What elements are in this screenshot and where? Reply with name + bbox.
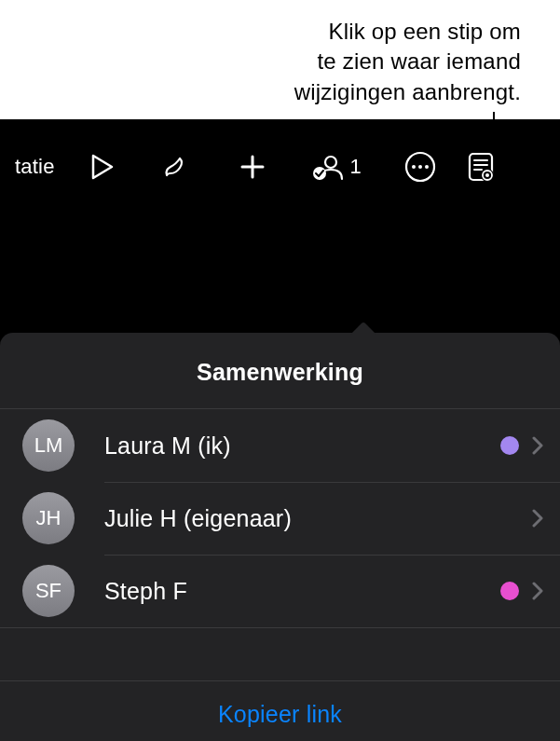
svg-point-9	[485, 173, 489, 177]
format-button[interactable]	[135, 119, 215, 214]
participant-name: Laura M (ik)	[104, 432, 500, 460]
more-button[interactable]	[383, 119, 458, 214]
toolbar-leading-text: tatie	[9, 155, 55, 179]
copy-link-button[interactable]: Kopieer link	[0, 680, 560, 741]
popover-title: Samenwerking	[0, 333, 560, 408]
people-badge-icon	[310, 153, 346, 181]
app-screenshot: tatie 1	[0, 119, 560, 741]
toolbar: tatie 1	[0, 119, 560, 214]
collab-count: 1	[349, 155, 361, 179]
collaboration-popover: Samenwerking LM Laura M (ik) JH Julie H …	[0, 333, 560, 741]
chevron-right-icon	[532, 436, 543, 455]
avatar: SF	[22, 565, 75, 617]
participant-name: Steph F	[104, 578, 500, 605]
section-gap	[0, 628, 560, 680]
svg-point-5	[425, 165, 429, 169]
play-button[interactable]	[70, 119, 135, 214]
presence-dot[interactable]	[500, 582, 519, 600]
presence-dot[interactable]	[500, 436, 519, 455]
participant-row[interactable]: SF Steph F	[0, 555, 560, 627]
presenter-notes-icon	[467, 151, 495, 183]
participant-row[interactable]: JH Julie H (eigenaar)	[0, 482, 560, 555]
popover-arrow	[350, 322, 376, 335]
annotation-caption: Klik op een stip om te zien waar iemand …	[0, 0, 560, 124]
play-icon	[91, 154, 114, 180]
plus-icon	[239, 153, 266, 181]
chevron-right-icon	[532, 509, 543, 528]
copy-link-label: Kopieer link	[218, 701, 342, 728]
participant-row[interactable]: LM Laura M (ik)	[0, 409, 560, 482]
participant-list: LM Laura M (ik) JH Julie H (eigenaar) SF…	[0, 408, 560, 628]
avatar: LM	[22, 419, 75, 472]
svg-point-3	[412, 165, 416, 169]
svg-point-0	[325, 157, 336, 168]
caption-line: wijzigingen aanbrengt.	[19, 77, 521, 107]
add-button[interactable]	[215, 119, 290, 214]
svg-point-4	[418, 165, 422, 169]
more-icon	[404, 151, 436, 183]
presenter-notes-button[interactable]	[458, 119, 513, 214]
chevron-right-icon	[532, 582, 543, 600]
avatar: JH	[22, 492, 75, 544]
collaboration-button[interactable]: 1	[290, 119, 383, 214]
caption-line: te zien waar iemand	[19, 47, 521, 76]
caption-line: Klik op een stip om	[19, 17, 521, 47]
participant-name: Julie H (eigenaar)	[104, 505, 532, 532]
paintbrush-icon	[159, 151, 191, 183]
